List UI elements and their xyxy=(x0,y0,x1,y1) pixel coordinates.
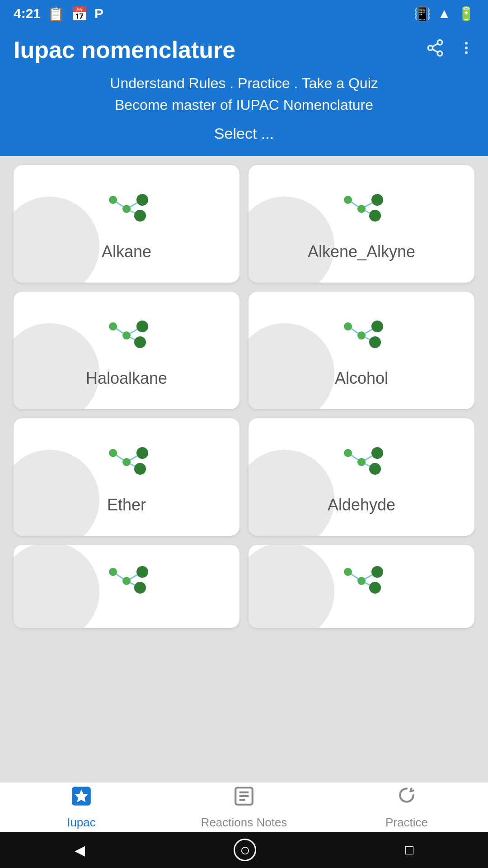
svg-point-47 xyxy=(371,447,383,459)
header-top: Iupac nomenclature xyxy=(14,36,474,63)
alkene-alkyne-molecule-icon xyxy=(334,186,389,233)
svg-point-34 xyxy=(369,336,381,348)
svg-point-19 xyxy=(371,194,383,206)
status-time: 4:21 xyxy=(14,6,41,21)
card-7[interactable] xyxy=(14,545,239,628)
card-ether[interactable]: Ether xyxy=(14,418,239,536)
nav-reactions-notes-label: Reactions Notes xyxy=(201,816,287,830)
svg-point-14 xyxy=(109,196,117,204)
back-button[interactable]: ◀ xyxy=(75,842,85,858)
alcohol-molecule-icon xyxy=(334,313,389,360)
svg-point-18 xyxy=(357,205,366,213)
parking-icon: P xyxy=(94,6,103,21)
card-alkene-alkyne[interactable]: Alkene_Alkyne xyxy=(249,165,474,283)
svg-point-54 xyxy=(136,566,148,578)
nav-practice-label: Practice xyxy=(385,816,428,830)
nav-practice[interactable]: Practice xyxy=(325,785,488,830)
svg-point-61 xyxy=(371,566,383,578)
wifi-icon: ▲ xyxy=(437,6,451,21)
home-button[interactable]: ○ xyxy=(234,839,256,861)
svg-point-63 xyxy=(344,568,352,576)
svg-point-28 xyxy=(109,322,117,330)
share-icon[interactable] xyxy=(426,38,445,61)
svg-point-26 xyxy=(136,321,148,332)
svg-point-60 xyxy=(357,577,366,585)
header-select: Select ... xyxy=(14,125,474,142)
status-bar: 4:21 📋 📅 P 📳 ▲ 🔋 xyxy=(0,0,488,27)
card-8[interactable] xyxy=(249,545,474,628)
card-alkane[interactable]: Alkane xyxy=(14,165,239,283)
svg-point-42 xyxy=(109,449,117,457)
svg-point-40 xyxy=(136,447,148,459)
svg-point-33 xyxy=(371,321,383,332)
svg-point-13 xyxy=(134,210,146,222)
svg-point-55 xyxy=(134,582,146,594)
bottom-nav: Iupac Reactions Notes Practice xyxy=(0,782,488,832)
card-aldehyde[interactable]: Aldehyde xyxy=(249,418,474,536)
nav-iupac[interactable]: Iupac xyxy=(0,785,163,830)
more-vertical-icon[interactable] xyxy=(458,38,474,61)
recents-button[interactable]: □ xyxy=(405,842,413,858)
svg-point-6 xyxy=(465,47,468,49)
svg-point-39 xyxy=(122,458,131,466)
svg-point-7 xyxy=(465,51,468,54)
calendar-icon: 📅 xyxy=(71,6,88,22)
svg-line-3 xyxy=(432,49,438,52)
nav-reactions-notes[interactable]: Reactions Notes xyxy=(163,785,325,830)
header-subtitle: Understand Rules . Practice . Take a Qui… xyxy=(14,72,474,116)
svg-point-20 xyxy=(369,210,381,222)
svg-point-56 xyxy=(109,568,117,576)
svg-point-53 xyxy=(122,577,131,585)
svg-point-35 xyxy=(344,322,352,330)
svg-point-48 xyxy=(369,463,381,475)
alcohol-label: Alcohol xyxy=(335,369,388,388)
status-bar-left: 4:21 📋 📅 P xyxy=(14,6,103,22)
alkane-molecule-icon xyxy=(99,186,154,233)
practice-icon xyxy=(395,785,418,812)
svg-point-11 xyxy=(122,205,131,213)
ether-label: Ether xyxy=(107,495,146,514)
nav-iupac-label: Iupac xyxy=(67,816,96,830)
svg-line-4 xyxy=(432,43,438,47)
clipboard-icon: 📋 xyxy=(47,6,64,22)
reactions-notes-icon xyxy=(233,785,255,812)
svg-point-32 xyxy=(357,331,366,340)
svg-point-12 xyxy=(136,194,148,206)
svg-point-62 xyxy=(369,582,381,594)
aldehyde-label: Aldehyde xyxy=(328,495,395,514)
vibrate-icon: 📳 xyxy=(414,6,431,22)
app-header: Iupac nomenclature Understand Rules . Pr… xyxy=(0,27,488,156)
app-title: Iupac nomenclature xyxy=(14,36,235,63)
svg-point-41 xyxy=(134,463,146,475)
card7-molecule-icon xyxy=(99,558,154,605)
card-haloalkane[interactable]: Haloalkane xyxy=(14,292,239,409)
svg-point-25 xyxy=(122,331,131,340)
haloalkane-molecule-icon xyxy=(99,313,154,360)
aldehyde-molecule-icon xyxy=(334,439,389,486)
ether-molecule-icon xyxy=(99,439,154,486)
alkane-label: Alkane xyxy=(102,242,151,261)
system-nav-bar: ◀ ○ □ xyxy=(0,832,488,868)
header-icons xyxy=(426,38,474,61)
haloalkane-label: Haloalkane xyxy=(86,369,167,388)
svg-point-49 xyxy=(344,449,352,457)
status-bar-right: 📳 ▲ 🔋 xyxy=(414,6,474,22)
iupac-star-icon xyxy=(70,785,93,812)
alkene-alkyne-label: Alkene_Alkyne xyxy=(308,242,415,261)
battery-icon: 🔋 xyxy=(458,6,474,22)
svg-point-5 xyxy=(465,42,468,44)
svg-point-21 xyxy=(344,196,352,204)
svg-point-46 xyxy=(357,458,366,466)
card8-molecule-icon xyxy=(334,558,389,605)
svg-point-27 xyxy=(134,336,146,348)
card-grid: Alkane Alkene_Alkyne xyxy=(0,156,488,637)
card-alcohol[interactable]: Alcohol xyxy=(249,292,474,409)
